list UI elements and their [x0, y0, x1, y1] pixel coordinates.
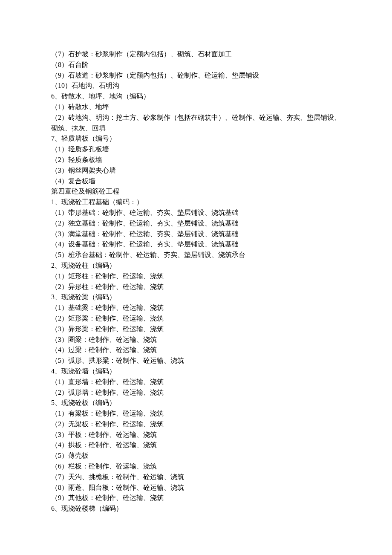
text-line: （9）石坡道：砂浆制作（定额内包括）、砼制作、砼运输、垫层铺设	[51, 70, 341, 81]
text-line: （2）矩形梁：砼制作、砼运输、浇筑	[51, 313, 341, 324]
text-line: 6、现浇砼楼梯（编码）	[51, 503, 341, 514]
text-line: 6、砖散水、地坪、地沟（编码）	[51, 91, 341, 102]
text-line: （3）平板：砼制作、砼运输、浇筑	[51, 430, 341, 440]
text-line: （5）桩承台基础：砼制作、砼运输、夯实、垫层铺设、浇筑承台	[51, 250, 341, 260]
text-line: 4、现浇砼墙（编码）	[51, 366, 341, 377]
text-line: （2）无梁板：砼制作、砼运输、浇筑	[51, 419, 341, 430]
text-line: （7）天沟、挑檐板：砼制作、砼运输、浇筑	[51, 472, 341, 483]
text-line: （1）有梁板：砼制作、砼运输、浇筑	[51, 408, 341, 419]
text-line: （8）石台阶	[51, 60, 341, 70]
text-line: （4）过梁：砼制作、砼运输、浇筑	[51, 345, 341, 356]
text-line: （1）带形基础：砼制作、砼运输、夯实、垫层铺设、浇筑基础	[51, 208, 341, 218]
text-line: 1、现浇砼工程基础（编码：）	[51, 197, 341, 208]
text-line: （10）石地沟、石明沟	[51, 81, 341, 91]
text-line: 第四章砼及钢筋砼工程	[51, 186, 341, 197]
text-line: 3、现浇砼梁（编码）	[51, 292, 341, 303]
text-line: （4）设备基础：砼制作、砼运输、夯实、垫层铺设、浇筑基础	[51, 239, 341, 250]
text-line: （3）圈梁：砼制作、砼运输、浇筑	[51, 335, 341, 345]
text-line: （2）砖地沟、明沟：挖土方、砂浆制作（包括在砌筑中）、砼制作、砼运输、夯实、垫层…	[51, 113, 341, 134]
text-line: （7）石护坡：砂浆制作（定额内包括）、砌筑、石材面加工	[51, 49, 341, 60]
text-line: （6）栏板：砼制作、砼运输、浇筑	[51, 461, 341, 472]
text-line: （2）弧形墙：砼制作、砼运输、浇筑	[51, 387, 341, 398]
text-line: （1）矩形柱：砼制作、砼运输、浇筑	[51, 271, 341, 282]
text-line: 7、轻质墙板（编号）	[51, 133, 341, 144]
text-line: （4）拱板：砼制作、砼运输、浇筑	[51, 440, 341, 451]
text-line: 5、现浇砼板（编码）	[51, 398, 341, 408]
text-line: 2、现浇砼柱（编码）	[51, 260, 341, 271]
text-line: （1）轻质多孔板墙	[51, 144, 341, 155]
text-line: （5）薄壳板	[51, 451, 341, 461]
text-line: （3）钢丝网架夹心墙	[51, 165, 341, 176]
text-line: （2）独立基础：砼制作、砼运输、夯实、垫层铺设、浇筑基础	[51, 218, 341, 229]
text-line: （2）异形柱：砼制作、砼运输、浇筑	[51, 282, 341, 292]
text-line: （1）直形墙：砼制作、砼运输、浇筑	[51, 377, 341, 387]
text-line: （3）满堂基础：砼制作、砼运输、夯实、垫层铺设、浇筑基础	[51, 229, 341, 240]
text-line: （1）基础梁：砼制作、砼运输、浇筑	[51, 303, 341, 313]
text-line: （2）轻质条板墙	[51, 155, 341, 165]
text-line: （1）砖散水、地坪	[51, 102, 341, 113]
text-line: （3）异形梁：砼制作、砼运输、浇筑	[51, 324, 341, 335]
text-line: （4）复合板墙	[51, 176, 341, 187]
text-line: （9）其他板：砼制作、砼运输、浇筑	[51, 493, 341, 503]
text-line: （8）雨蓬、阳台板：砼制作、砼运输、浇筑	[51, 483, 341, 493]
text-line: （5）弧形、拱形粱：砼制作、砼运输、浇筑	[51, 356, 341, 366]
document-page: （7）石护坡：砂浆制作（定额内包括）、砌筑、石材面加工（8）石台阶（9）石坡道：…	[0, 0, 392, 555]
